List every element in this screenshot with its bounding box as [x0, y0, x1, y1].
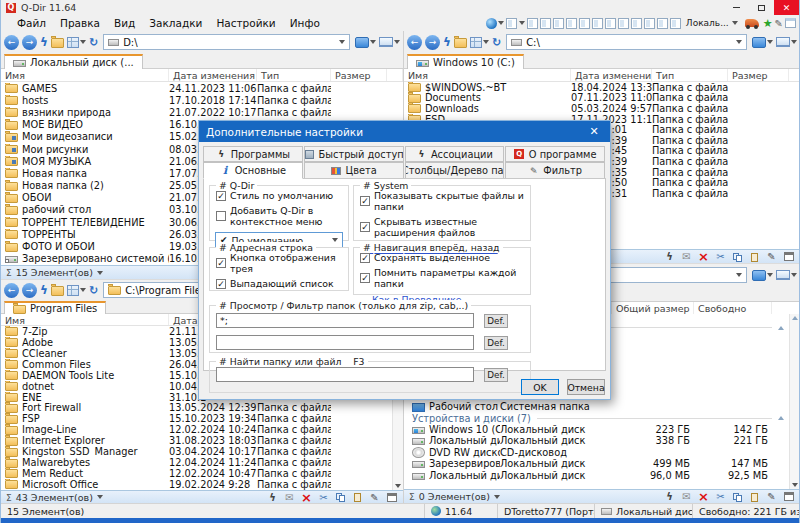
file-row[interactable]: Internet Explorer 31.08.2023 18:03 Папка…: [1, 435, 403, 446]
column-type[interactable]: Тип: [652, 69, 728, 81]
layout-preset-button[interactable]: [527, 18, 538, 29]
goto-icon[interactable]: [663, 251, 676, 263]
views-button[interactable]: [67, 37, 86, 48]
maximize-button[interactable]: [749, 0, 774, 15]
layout-preset-button[interactable]: [657, 18, 668, 29]
mail-icon[interactable]: [680, 491, 693, 503]
menu-item[interactable]: Настройки: [209, 17, 282, 29]
cancel-button[interactable]: Отмена: [567, 379, 605, 395]
views-button[interactable]: [67, 285, 86, 296]
menu-item[interactable]: Инфо: [283, 17, 327, 29]
column-date[interactable]: Дата изменения: [169, 69, 257, 81]
file-row[interactable]: FSP 15.10.2023 19:34 Папка с файлами: [1, 413, 403, 424]
copy-icon[interactable]: [731, 251, 744, 263]
delete-icon[interactable]: [300, 491, 313, 503]
layout-preset-button[interactable]: [553, 18, 564, 29]
locale-dropdown[interactable]: Локаль...: [686, 18, 738, 28]
copy-icon[interactable]: [731, 491, 744, 503]
menu-item[interactable]: Закладки: [142, 17, 209, 29]
layout-preset-button[interactable]: [631, 18, 642, 29]
scroll-up-icon[interactable]: [792, 316, 798, 320]
drive-row[interactable]: Локальный диск (G:) Локальный диск 96,0 …: [404, 469, 800, 480]
fullscreen-pane-button[interactable]: [776, 270, 797, 280]
column-name[interactable]: Имя: [1, 69, 169, 81]
globe-button[interactable]: [486, 18, 504, 29]
pane-color-button[interactable]: [752, 37, 773, 48]
column-date[interactable]: Дата изменения: [571, 69, 652, 81]
column-size[interactable]: Размер: [728, 69, 789, 81]
drive-row[interactable]: Зарезервировано сис... Локальный диск 49…: [404, 458, 800, 469]
file-row[interactable]: hosts 17.10.2018 17:14 Папка с файлами: [1, 94, 403, 106]
collapse-group-icon[interactable]: [778, 326, 784, 330]
column-name[interactable]: Имя: [1, 314, 169, 325]
address-bar[interactable]: D:\: [103, 34, 350, 50]
vertical-scrollbar[interactable]: [789, 314, 800, 489]
back-button[interactable]: ←: [4, 35, 19, 50]
def-button[interactable]: Def.: [484, 368, 508, 382]
goto-icon[interactable]: ϟ: [443, 36, 451, 48]
rename-icon[interactable]: [765, 491, 778, 503]
menu-item[interactable]: Файл: [10, 17, 53, 29]
tab-programs[interactable]: Программы: [203, 146, 303, 162]
column-size[interactable]: Размер: [331, 69, 387, 81]
file-row[interactable]: Kingston_SSD_Manager 03.04.2024 10:17 Па…: [1, 446, 403, 457]
checkbox-hide-extensions[interactable]: ✓Скрывать известные расширения файлов: [360, 216, 530, 238]
refresh-button[interactable]: ↻: [492, 36, 501, 49]
file-row[interactable]: Mem Reduct 12.02.2024 10:47 Папка с файл…: [1, 468, 403, 479]
menu-item[interactable]: Вид: [107, 17, 142, 29]
fullscreen-pane-button[interactable]: [776, 37, 797, 47]
find-input[interactable]: [216, 367, 474, 382]
cut-icon[interactable]: [714, 491, 727, 503]
address-dropdown-icon[interactable]: [736, 40, 742, 44]
status-dropdown-icon[interactable]: [494, 495, 500, 499]
favorites-star-icon[interactable]: ★: [763, 18, 773, 29]
forward-button[interactable]: →: [425, 35, 440, 50]
file-row[interactable]: Fort Firewall 13.05.2024 12:39 Папка с ф…: [1, 402, 403, 413]
back-button[interactable]: ←: [4, 283, 19, 298]
views-button[interactable]: [470, 37, 489, 48]
checkbox-remember-folder[interactable]: ✓Помнить параметры каждой папки: [360, 267, 530, 289]
layout-preset-button[interactable]: [644, 18, 655, 29]
file-row[interactable]: Downloads 05.03.2024 9:57 Папка с файлам…: [404, 103, 800, 114]
collapse-group-icon[interactable]: [778, 416, 784, 420]
file-row[interactable]: Image-Line 12.02.2024 10:24 Папка с файл…: [1, 424, 403, 435]
layout-preset-button[interactable]: [506, 18, 517, 29]
def-button[interactable]: Def.: [484, 314, 508, 328]
file-row[interactable]: $WINDOWS.~BT 18.04.2024 13:35 Папка с фа…: [404, 82, 800, 93]
dialog-close-button[interactable]: ✕: [578, 121, 610, 142]
layout-preset-button[interactable]: [579, 18, 590, 29]
forward-button[interactable]: →: [22, 283, 37, 298]
desktop-row[interactable]: Рабочий стол Системная папка: [404, 401, 800, 412]
layout-preset-button[interactable]: [566, 18, 577, 29]
delete-icon[interactable]: [697, 491, 710, 503]
column-type[interactable]: Тип: [257, 69, 331, 81]
mail-icon[interactable]: [680, 251, 693, 263]
tab-general[interactable]: Основные: [203, 162, 303, 179]
checkbox-tray-button[interactable]: ✓Кнопка отображения трея: [216, 252, 348, 274]
address-dropdown-icon[interactable]: [339, 40, 345, 44]
layout-preset-button[interactable]: [605, 18, 616, 29]
cut-icon[interactable]: [317, 491, 330, 503]
address-dropdown-icon[interactable]: [736, 273, 742, 277]
file-row[interactable]: вязники природа 21.07.2022 10:17 Папка с…: [1, 106, 403, 118]
layout-preset-button[interactable]: [618, 18, 629, 29]
checkbox-keep-selection[interactable]: ✓Сохранять выделенное: [360, 252, 530, 263]
layout-dropdown-icon[interactable]: [519, 21, 525, 25]
layout-preset-button[interactable]: [592, 18, 603, 29]
status-dropdown-icon[interactable]: [97, 495, 103, 499]
goto-icon[interactable]: [266, 491, 279, 503]
filter-input-1[interactable]: *;: [216, 313, 474, 328]
checkbox-show-hidden[interactable]: ✓Показывать скрытые файлы и папки: [360, 190, 530, 212]
layout-preset-button[interactable]: [670, 18, 681, 29]
cut-icon[interactable]: [714, 251, 727, 263]
filter-input-2[interactable]: [216, 335, 474, 350]
folder-tab[interactable]: Windows 10 (C:): [407, 54, 524, 69]
tab-associations[interactable]: Ассоциации: [405, 146, 505, 162]
rename-icon[interactable]: [765, 251, 778, 263]
file-row[interactable]: GAMES 24.11.2023 11:06 Папка с файлами: [1, 82, 403, 94]
new-folder-button[interactable]: [51, 284, 64, 296]
goto-icon[interactable]: [663, 491, 676, 503]
folder-tab[interactable]: Program Files: [4, 301, 106, 314]
paste-icon[interactable]: [748, 491, 761, 503]
file-row[interactable]: Documents 07.11.2023 11:03 Папка с файла…: [404, 93, 800, 104]
